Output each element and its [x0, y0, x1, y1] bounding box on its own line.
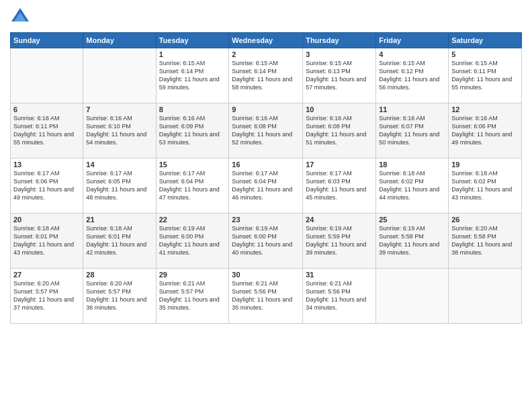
- day-info: Sunrise: 6:16 AMSunset: 6:11 PMDaylight:…: [13, 114, 80, 147]
- header: [10, 7, 522, 27]
- day-info: Sunrise: 6:16 AMSunset: 6:08 PMDaylight:…: [306, 114, 373, 147]
- calendar-cell: 5 Sunrise: 6:15 AMSunset: 6:11 PMDayligh…: [449, 48, 522, 103]
- calendar-cell: [11, 48, 83, 103]
- calendar-cell: 8 Sunrise: 6:16 AMSunset: 6:09 PMDayligh…: [156, 103, 229, 158]
- weekday-header-saturday: Saturday: [449, 33, 522, 48]
- day-number: 2: [232, 50, 300, 58]
- day-number: 3: [306, 50, 373, 58]
- calendar-cell: 26 Sunrise: 6:20 AMSunset: 5:58 PMDaylig…: [449, 214, 522, 269]
- day-info: Sunrise: 6:21 AMSunset: 5:56 PMDaylight:…: [306, 279, 373, 312]
- week-row-5: 27 Sunrise: 6:20 AMSunset: 5:57 PMDaylig…: [11, 269, 522, 324]
- calendar-cell: 1 Sunrise: 6:15 AMSunset: 6:14 PMDayligh…: [156, 48, 229, 103]
- calendar-cell: 9 Sunrise: 6:16 AMSunset: 6:08 PMDayligh…: [229, 103, 303, 158]
- day-number: 30: [232, 271, 300, 279]
- day-info: Sunrise: 6:16 AMSunset: 6:08 PMDaylight:…: [232, 114, 300, 147]
- calendar-cell: 13 Sunrise: 6:17 AMSunset: 6:06 PMDaylig…: [11, 158, 83, 214]
- calendar-cell: 21 Sunrise: 6:18 AMSunset: 6:01 PMDaylig…: [83, 214, 156, 269]
- week-row-1: 1 Sunrise: 6:15 AMSunset: 6:14 PMDayligh…: [11, 48, 522, 103]
- day-info: Sunrise: 6:20 AMSunset: 5:57 PMDaylight:…: [13, 279, 80, 312]
- calendar-cell: 14 Sunrise: 6:17 AMSunset: 6:05 PMDaylig…: [83, 158, 156, 214]
- day-info: Sunrise: 6:17 AMSunset: 6:04 PMDaylight:…: [232, 169, 300, 202]
- day-number: 18: [379, 161, 445, 169]
- week-row-3: 13 Sunrise: 6:17 AMSunset: 6:06 PMDaylig…: [11, 158, 522, 214]
- weekday-header-thursday: Thursday: [303, 33, 376, 48]
- calendar-cell: 24 Sunrise: 6:19 AMSunset: 5:59 PMDaylig…: [303, 214, 376, 269]
- logo-icon: [10, 7, 30, 27]
- day-info: Sunrise: 6:18 AMSunset: 6:02 PMDaylight:…: [451, 169, 519, 202]
- calendar-cell: 20 Sunrise: 6:18 AMSunset: 6:01 PMDaylig…: [11, 214, 83, 269]
- calendar-cell: 2 Sunrise: 6:15 AMSunset: 6:14 PMDayligh…: [229, 48, 303, 103]
- calendar-cell: [449, 269, 522, 324]
- calendar-cell: 7 Sunrise: 6:16 AMSunset: 6:10 PMDayligh…: [83, 103, 156, 158]
- day-info: Sunrise: 6:15 AMSunset: 6:12 PMDaylight:…: [379, 59, 445, 92]
- day-info: Sunrise: 6:16 AMSunset: 6:09 PMDaylight:…: [159, 114, 226, 147]
- calendar-cell: 10 Sunrise: 6:16 AMSunset: 6:08 PMDaylig…: [303, 103, 376, 158]
- calendar-cell: 12 Sunrise: 6:16 AMSunset: 6:06 PMDaylig…: [449, 103, 522, 158]
- day-info: Sunrise: 6:19 AMSunset: 5:58 PMDaylight:…: [379, 224, 445, 257]
- day-number: 10: [306, 105, 373, 113]
- calendar-cell: 23 Sunrise: 6:19 AMSunset: 6:00 PMDaylig…: [229, 214, 303, 269]
- day-info: Sunrise: 6:18 AMSunset: 6:02 PMDaylight:…: [379, 169, 445, 202]
- day-number: 26: [451, 216, 519, 224]
- day-number: 4: [379, 50, 445, 58]
- calendar-header: SundayMondayTuesdayWednesdayThursdayFrid…: [11, 33, 522, 48]
- calendar-cell: 28 Sunrise: 6:20 AMSunset: 5:57 PMDaylig…: [83, 269, 156, 324]
- day-info: Sunrise: 6:15 AMSunset: 6:13 PMDaylight:…: [306, 59, 373, 92]
- calendar-cell: [83, 48, 156, 103]
- calendar-cell: 30 Sunrise: 6:21 AMSunset: 5:56 PMDaylig…: [229, 269, 303, 324]
- calendar-cell: 29 Sunrise: 6:21 AMSunset: 5:57 PMDaylig…: [156, 269, 229, 324]
- weekday-header-sunday: Sunday: [11, 33, 83, 48]
- day-info: Sunrise: 6:15 AMSunset: 6:14 PMDaylight:…: [232, 59, 300, 92]
- day-number: 17: [306, 161, 373, 169]
- day-number: 8: [159, 105, 226, 113]
- day-number: 31: [306, 271, 373, 279]
- day-number: 5: [451, 50, 519, 58]
- day-info: Sunrise: 6:21 AMSunset: 5:57 PMDaylight:…: [159, 279, 226, 312]
- day-number: 15: [159, 161, 226, 169]
- day-info: Sunrise: 6:15 AMSunset: 6:11 PMDaylight:…: [451, 59, 519, 92]
- day-number: 27: [13, 271, 80, 279]
- calendar-cell: 18 Sunrise: 6:18 AMSunset: 6:02 PMDaylig…: [376, 158, 449, 214]
- day-info: Sunrise: 6:17 AMSunset: 6:06 PMDaylight:…: [13, 169, 80, 202]
- calendar-cell: 6 Sunrise: 6:16 AMSunset: 6:11 PMDayligh…: [11, 103, 83, 158]
- day-number: 1: [159, 50, 226, 58]
- day-info: Sunrise: 6:18 AMSunset: 6:01 PMDaylight:…: [13, 224, 80, 257]
- calendar-table: SundayMondayTuesdayWednesdayThursdayFrid…: [10, 32, 522, 324]
- weekday-header-monday: Monday: [83, 33, 156, 48]
- day-number: 21: [86, 216, 152, 224]
- weekday-header-wednesday: Wednesday: [229, 33, 303, 48]
- day-number: 13: [13, 161, 80, 169]
- day-number: 24: [306, 216, 373, 224]
- day-info: Sunrise: 6:20 AMSunset: 5:58 PMDaylight:…: [451, 224, 519, 257]
- day-info: Sunrise: 6:18 AMSunset: 6:01 PMDaylight:…: [86, 224, 152, 257]
- calendar-cell: 4 Sunrise: 6:15 AMSunset: 6:12 PMDayligh…: [376, 48, 449, 103]
- day-number: 20: [13, 216, 80, 224]
- day-number: 23: [232, 216, 300, 224]
- calendar-body: 1 Sunrise: 6:15 AMSunset: 6:14 PMDayligh…: [11, 48, 522, 324]
- day-number: 22: [159, 216, 226, 224]
- day-number: 9: [232, 105, 300, 113]
- calendar-cell: 31 Sunrise: 6:21 AMSunset: 5:56 PMDaylig…: [303, 269, 376, 324]
- page: SundayMondayTuesdayWednesdayThursdayFrid…: [0, 0, 532, 411]
- day-info: Sunrise: 6:17 AMSunset: 6:05 PMDaylight:…: [86, 169, 152, 202]
- day-number: 25: [379, 216, 445, 224]
- weekday-row: SundayMondayTuesdayWednesdayThursdayFrid…: [11, 33, 522, 48]
- calendar-cell: 16 Sunrise: 6:17 AMSunset: 6:04 PMDaylig…: [229, 158, 303, 214]
- logo: [10, 7, 33, 27]
- day-number: 7: [86, 105, 152, 113]
- calendar-cell: [376, 269, 449, 324]
- day-number: 19: [451, 161, 519, 169]
- weekday-header-tuesday: Tuesday: [156, 33, 229, 48]
- day-info: Sunrise: 6:19 AMSunset: 6:00 PMDaylight:…: [159, 224, 226, 257]
- day-number: 11: [379, 105, 445, 113]
- day-info: Sunrise: 6:17 AMSunset: 6:04 PMDaylight:…: [159, 169, 226, 202]
- week-row-2: 6 Sunrise: 6:16 AMSunset: 6:11 PMDayligh…: [11, 103, 522, 158]
- calendar-cell: 22 Sunrise: 6:19 AMSunset: 6:00 PMDaylig…: [156, 214, 229, 269]
- day-info: Sunrise: 6:21 AMSunset: 5:56 PMDaylight:…: [232, 279, 300, 312]
- day-info: Sunrise: 6:20 AMSunset: 5:57 PMDaylight:…: [86, 279, 152, 312]
- calendar-cell: 15 Sunrise: 6:17 AMSunset: 6:04 PMDaylig…: [156, 158, 229, 214]
- day-info: Sunrise: 6:19 AMSunset: 5:59 PMDaylight:…: [306, 224, 373, 257]
- day-number: 6: [13, 105, 80, 113]
- day-info: Sunrise: 6:17 AMSunset: 6:03 PMDaylight:…: [306, 169, 373, 202]
- day-info: Sunrise: 6:16 AMSunset: 6:07 PMDaylight:…: [379, 114, 445, 147]
